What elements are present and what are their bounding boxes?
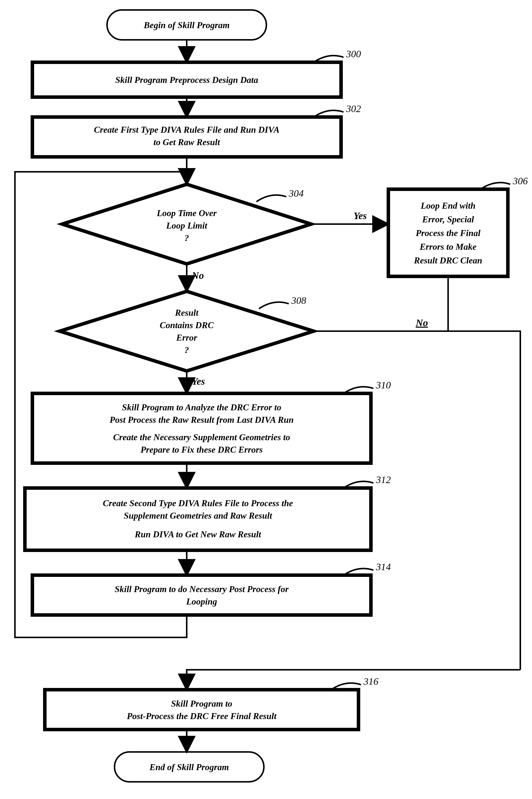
- process-302: Create First Type DIVA Rules File and Ru…: [32, 103, 361, 157]
- n300-text: Skill Program Preprocess Design Data: [115, 75, 258, 85]
- edge-merge-316: [187, 670, 520, 690]
- n304-ref: 304: [288, 188, 304, 199]
- process-300: Skill Program Preprocess Design Data 300: [32, 48, 361, 97]
- end-label: End of Skill Program: [149, 762, 229, 772]
- n308-l3: Error: [176, 332, 197, 343]
- process-312: Create Second Type DIVA Rules File to Pr…: [25, 474, 391, 550]
- ref-leader-308: [259, 302, 289, 309]
- n314-l2: Looping: [186, 596, 217, 607]
- terminator-begin: Begin of Skill Program: [107, 10, 266, 40]
- n312-l2: Supplement Geometries and Raw Result: [124, 511, 272, 521]
- terminator-end: End of Skill Program: [115, 752, 264, 782]
- svg-rect-2: [32, 117, 341, 157]
- n304-l1: Loop Time Over: [157, 208, 217, 218]
- n312-ref: 312: [376, 474, 391, 485]
- begin-label: Begin of Skill Program: [144, 20, 230, 30]
- n310-l4: Prepare to Fix these DRC Errors: [140, 445, 263, 455]
- n316-l1: Skill Program to: [171, 699, 232, 709]
- process-316: Skill Program to Post-Process the DRC Fr…: [45, 676, 378, 729]
- flowchart-diagram: Begin of Skill Program Skill Program Pre…: [0, 0, 532, 799]
- svg-rect-8: [32, 575, 371, 615]
- n302-ref: 302: [346, 103, 361, 114]
- n314-l1: Skill Program to do Necessary Post Proce…: [115, 584, 289, 594]
- label-308-no: No: [416, 317, 428, 328]
- n310-l1: Skill Program to Analyze the DRC Error t…: [122, 402, 281, 412]
- n310-ref: 310: [376, 379, 391, 391]
- n302-l1: Create First Type DIVA Rules File and Ru…: [94, 125, 279, 135]
- n308-l4: ?: [185, 345, 189, 355]
- n316-l2: Post-Process the DRC Free Final Result: [127, 711, 277, 721]
- label-308-yes: Yes: [192, 376, 205, 387]
- n306-l5: Result DRC Clean: [414, 255, 482, 265]
- n306-ref: 306: [513, 175, 528, 187]
- n306-l4: Errors to Make: [419, 242, 476, 252]
- n312-l1: Create Second Type DIVA Rules File to Pr…: [103, 498, 293, 508]
- n300-ref: 300: [346, 48, 361, 59]
- decision-304: Loop Time Over Loop Limit ? 304: [62, 184, 311, 264]
- n308-l2: Contains DRC: [159, 320, 214, 330]
- n306-l3: Process the Final: [416, 228, 480, 238]
- label-304-no: No: [191, 270, 204, 281]
- svg-marker-5: [60, 291, 314, 371]
- ref-leader-304: [256, 195, 286, 202]
- n304-l3: ?: [185, 233, 189, 243]
- edge-308-no: [314, 331, 520, 670]
- process-306: Loop End with Error, Special Process the…: [388, 175, 528, 277]
- n306-l2: Error, Special: [422, 214, 474, 224]
- process-314: Skill Program to do Necessary Post Proce…: [32, 561, 391, 615]
- n308-l1: Result: [175, 308, 199, 318]
- n310-l2: Post Process the Raw Result from Last DI…: [109, 415, 293, 425]
- n306-l1: Loop End with: [420, 201, 475, 211]
- label-304-yes: Yes: [354, 210, 367, 221]
- n314-ref: 314: [376, 561, 391, 572]
- n312-l3: Run DIVA to Get New Raw Result: [134, 529, 261, 539]
- n302-l2: to Get Raw Result: [153, 137, 220, 147]
- n316-ref: 316: [363, 676, 378, 687]
- n310-l3: Create the Necessary Supplement Geometri…: [113, 432, 290, 442]
- process-310: Skill Program to Analyze the DRC Error t…: [32, 379, 391, 463]
- n304-l2: Loop Limit: [166, 221, 208, 231]
- decision-308: Result Contains DRC Error ? 308: [60, 291, 314, 371]
- svg-rect-9: [45, 690, 359, 729]
- n308-ref: 308: [291, 295, 306, 306]
